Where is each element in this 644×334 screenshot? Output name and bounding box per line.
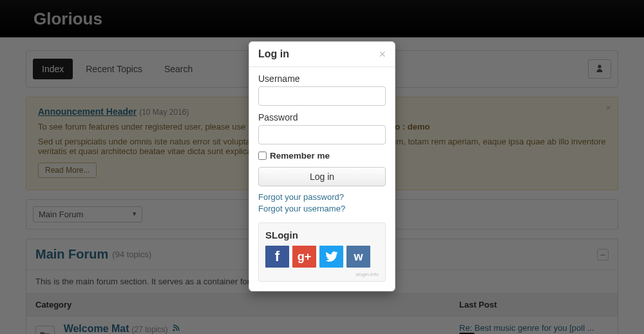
- forgot-password-link[interactable]: Forgot your password?: [258, 192, 386, 203]
- twitter-login-button[interactable]: [319, 246, 343, 268]
- social-login-footer: slogin.info: [265, 271, 379, 277]
- forgot-username-link[interactable]: Forgot your username?: [258, 203, 386, 215]
- login-modal-title: Log in: [258, 48, 289, 60]
- login-modal: Log in × Username Password Remember me L…: [249, 41, 395, 291]
- googleplus-login-button[interactable]: g+: [292, 246, 316, 268]
- social-login-title: SLogin: [265, 230, 379, 241]
- social-login-box: SLogin f g+ w slogin.info: [258, 222, 386, 282]
- password-input[interactable]: [258, 125, 386, 144]
- vk-login-button[interactable]: w: [346, 246, 370, 268]
- facebook-login-button[interactable]: f: [265, 246, 289, 268]
- password-label: Password: [258, 112, 386, 123]
- remember-me-label: Remember me: [270, 151, 330, 161]
- login-modal-close[interactable]: ×: [379, 48, 386, 60]
- login-submit-button[interactable]: Log in: [258, 167, 386, 186]
- username-label: Username: [258, 74, 386, 84]
- username-input[interactable]: [258, 86, 386, 106]
- remember-me-checkbox[interactable]: [258, 152, 267, 160]
